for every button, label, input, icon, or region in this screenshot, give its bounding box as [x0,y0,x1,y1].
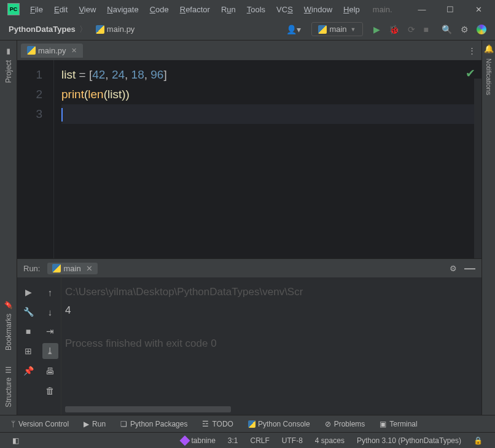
left-rail: Project▮ Bookmarks🔖 Structure☰ [0,41,17,415]
breadcrumb-sep-icon: 〉 [79,24,87,35]
code-line[interactable]: print(len(list)) [61,85,481,104]
clear-button[interactable]: 🗑 [42,382,58,398]
tabnine-status[interactable]: tabnine [181,436,215,445]
run-settings-icon[interactable]: ⚙ [450,264,457,273]
softwrap-button[interactable]: ⇥ [42,323,58,339]
up-button[interactable]: ↑ [42,284,58,300]
console-h-scrollbar[interactable] [65,406,231,412]
tab-options-icon[interactable]: ⋮ [468,46,475,55]
caret-position[interactable]: 3:1 [228,436,238,445]
file-encoding[interactable]: UTF-8 [282,436,303,445]
terminal-tool[interactable]: ▣Terminal [380,420,417,428]
console-stdout: 4 [65,302,478,319]
wrench-button[interactable]: 🔧 [20,304,36,320]
python-file-icon [96,25,104,34]
menu-help[interactable]: Help [338,5,365,14]
structure-tool[interactable]: Structure☰ [2,358,15,415]
todo-tool[interactable]: ☲TODO [202,420,233,428]
minimize-button[interactable]: — [408,0,436,18]
main-menu: File Edit View Navigate Code Refactor Ru… [25,5,365,14]
notifications-label[interactable]: Notifications [485,56,493,95]
menu-navigate[interactable]: Navigate [101,5,144,14]
bottom-toolbar: ᛘVersion Control ▶Run ❏Python Packages ☲… [0,415,495,432]
python-packages-tool[interactable]: ❏Python Packages [120,420,187,428]
title-context: main. [373,5,392,14]
print-button[interactable]: 🖶 [42,363,58,379]
titlebar: PC File Edit View Navigate Code Refactor… [0,0,495,18]
menu-file[interactable]: File [25,5,49,14]
menu-window[interactable]: Window [298,5,338,14]
menu-code[interactable]: Code [144,5,174,14]
line-gutter: 1 2 3 [17,60,54,258]
breadcrumb-project[interactable]: PythonDataTypes [9,25,76,34]
menu-vcs[interactable]: VCS [271,5,298,14]
search-button[interactable]: 🔍 [442,25,452,34]
run-config-selector[interactable]: main ▼ [311,22,362,36]
pin-button[interactable]: 📌 [20,363,36,379]
menu-view[interactable]: View [73,5,101,14]
run-label: Run: [23,264,40,273]
close-tab-icon[interactable]: ✕ [71,47,77,55]
bookmarks-tool[interactable]: Bookmarks🔖 [2,293,15,358]
problems-tool[interactable]: ⊘Problems [325,420,365,428]
run-tool[interactable]: ▶Run [84,420,106,428]
python-console-tool[interactable]: Python Console [248,420,310,428]
editor-tabs: main.py ✕ ⋮ [17,41,481,60]
indent-settings[interactable]: 4 spaces [315,436,345,445]
close-run-tab-icon[interactable]: ✕ [86,264,93,273]
rerun-button[interactable]: ▶ [20,284,36,300]
console-exit: Process finished with exit code 0 [65,335,478,352]
run-tab[interactable]: main ✕ [47,263,97,274]
python-icon [52,264,61,272]
editor-tab-main[interactable]: main.py ✕ [21,44,83,58]
version-control-tool[interactable]: ᛘVersion Control [11,420,69,428]
down-button[interactable]: ↓ [42,304,58,320]
menu-tools[interactable]: Tools [241,5,271,14]
console-path: C:\Users\yilma\Desktop\PythonDataTypes\v… [65,284,478,301]
pycharm-logo-icon: PC [7,3,20,15]
scroll-to-end-button[interactable]: ⤓ [42,343,58,359]
maximize-button[interactable]: ☐ [436,0,464,18]
stop-button[interactable]: ■ [424,25,429,34]
code-line[interactable] [61,104,481,124]
editor-scrollbar[interactable] [474,79,481,258]
run-action-column: ▶ 🔧 ■ ⊞ 📌 [17,277,39,415]
settings-button[interactable]: ⚙ [461,25,469,34]
stop-run-button[interactable]: ■ [20,323,36,339]
project-tool[interactable]: Project▮ [2,41,15,90]
user-dropdown-icon[interactable]: 👤▾ [286,25,301,34]
debug-button[interactable]: 🐞 [389,25,399,34]
python-file-icon [27,46,36,55]
run-coverage-button[interactable]: ⟳ [408,25,415,34]
code-with-me-icon[interactable] [477,25,486,34]
menu-refactor[interactable]: Refactor [174,5,216,14]
notifications-icon[interactable]: 🔔 [484,44,494,53]
line-separator[interactable]: CRLF [251,436,270,445]
run-panel-header: Run: main ✕ ⚙ — [17,259,481,277]
hide-panel-icon[interactable]: — [464,262,475,275]
toolbar: PythonDataTypes 〉 main.py 👤▾ main ▼ ▶ 🐞 … [0,18,495,41]
breadcrumb-file[interactable]: main.py [96,25,135,34]
lock-icon[interactable]: 🔒 [474,436,483,445]
chevron-down-icon: ▼ [351,26,356,33]
code-editor[interactable]: 1 2 3 list = [42, 24, 18, 96] print(len(… [17,60,481,258]
menu-run[interactable]: Run [216,5,241,14]
code-line[interactable]: list = [42, 24, 18, 96] [61,65,481,85]
layout-button[interactable]: ⊞ [20,343,36,359]
caret [61,108,63,122]
close-button[interactable]: ✕ [464,0,493,18]
console-output[interactable]: C:\Users\yilma\Desktop\PythonDataTypes\v… [61,277,481,415]
menu-edit[interactable]: Edit [49,5,73,14]
right-rail: 🔔 Notifications [481,41,495,415]
status-bar: ◧ tabnine 3:1 CRLF UTF-8 4 spaces Python… [0,432,495,448]
run-panel: Run: main ✕ ⚙ — ▶ 🔧 ■ ⊞ 📌 ↑ [17,258,481,415]
console-action-column: ↑ ↓ ⇥ ⤓ 🖶 🗑 [39,277,61,415]
interpreter[interactable]: Python 3.10 (PythonDataTypes) [357,436,461,445]
tool-windows-icon[interactable]: ◧ [12,436,19,445]
run-button[interactable]: ▶ [373,25,380,34]
python-icon [318,25,327,34]
